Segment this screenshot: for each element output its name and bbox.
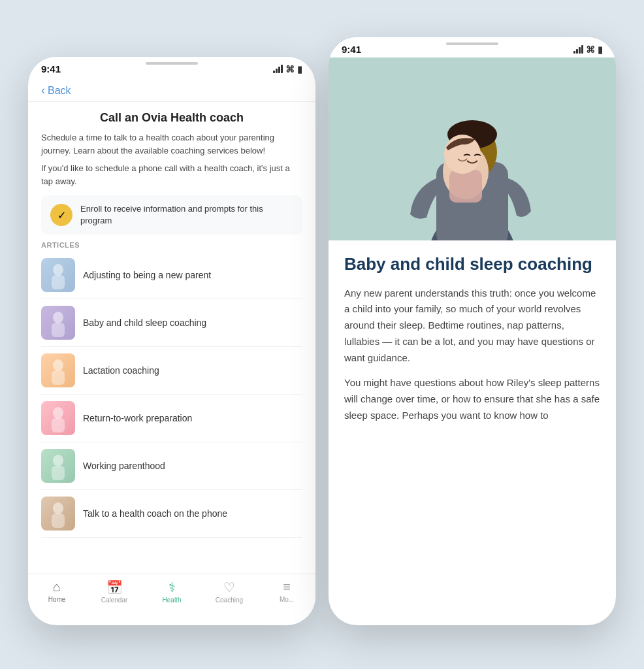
article-item-6[interactable]: Talk to a health coach on the phone: [41, 490, 302, 538]
svg-point-6: [53, 407, 63, 419]
article-content: Baby and child sleep coaching Any new pa…: [329, 240, 616, 446]
article-thumb-5: [41, 449, 75, 483]
signal-icon: [273, 65, 283, 73]
article-label-4: Return-to-work preparation: [83, 412, 192, 424]
tab-more[interactable]: ≡ Mo...: [258, 579, 315, 604]
right-scroll-area: Baby and child sleep coaching Any new pa…: [329, 240, 616, 625]
tab-coaching[interactable]: ♡ Coaching: [201, 579, 258, 604]
article-thumb-4: [41, 401, 75, 435]
enroll-checkmark-icon: ✓: [50, 204, 72, 226]
article-item-3[interactable]: Lactation coaching: [41, 347, 302, 395]
left-status-bar: 9:41 ⌘ ▮: [28, 57, 315, 77]
right-time: 9:41: [342, 44, 361, 55]
articles-list: Adjusting to being a new parent Baby and…: [41, 252, 302, 538]
left-scroll-area: Call an Ovia Health coach Schedule a tim…: [28, 102, 315, 574]
enroll-text: Enroll to receive information and prompt…: [80, 203, 293, 227]
calendar-icon: 📅: [106, 579, 123, 595]
tab-home[interactable]: ⌂ Home: [28, 579, 86, 604]
svg-rect-9: [52, 466, 65, 480]
article-thumb-3: [41, 353, 75, 387]
article-thumb-6: [41, 497, 75, 530]
tab-health-label: Health: [163, 596, 182, 604]
article-label-5: Working parenthood: [83, 460, 165, 472]
article-thumb-2: [41, 306, 75, 340]
phones-container: 9:41 ⌘ ▮ ‹ Back Call an Ovia Health coac: [28, 24, 616, 645]
svg-rect-5: [52, 370, 65, 385]
article-label-3: Lactation coaching: [83, 365, 159, 376]
health-icon: ⚕: [169, 579, 176, 595]
article-body-2: You might have questions about how Riley…: [344, 375, 600, 423]
back-label: Back: [48, 85, 71, 97]
right-battery-icon: ▮: [598, 44, 603, 55]
articles-section-label: ARTICLES: [41, 241, 302, 249]
svg-point-0: [53, 264, 63, 276]
left-time: 9:41: [41, 63, 61, 74]
article-label-6: Talk to a health coach on the phone: [83, 508, 227, 519]
back-button[interactable]: ‹ Back: [41, 84, 302, 97]
right-wifi-icon: ⌘: [586, 44, 595, 55]
svg-point-4: [53, 359, 63, 371]
left-phone: 9:41 ⌘ ▮ ‹ Back Call an Ovia Health coac: [28, 57, 315, 625]
article-main-title: Baby and child sleep coaching: [344, 253, 600, 275]
enroll-box[interactable]: ✓ Enroll to receive information and prom…: [41, 195, 302, 235]
svg-rect-11: [52, 514, 65, 528]
article-label-1: Adjusting to being a new parent: [83, 269, 211, 281]
right-signal-icon: [573, 45, 583, 54]
tab-calendar[interactable]: 📅 Calendar: [86, 579, 143, 604]
svg-rect-18: [449, 170, 482, 203]
right-status-bar: 9:41 ⌘ ▮: [329, 37, 616, 57]
svg-rect-1: [52, 275, 65, 289]
right-status-icons: ⌘ ▮: [573, 44, 603, 55]
right-notch-pill: [446, 42, 498, 45]
left-phone-content: ‹ Back Call an Ovia Health coach Schedul…: [28, 77, 315, 617]
battery-icon: ▮: [297, 64, 302, 74]
tab-health[interactable]: ⚕ Health: [143, 579, 201, 604]
tab-coaching-label: Coaching: [216, 596, 243, 604]
coaching-icon: ♡: [223, 579, 235, 595]
article-label-2: Baby and child sleep coaching: [83, 317, 206, 329]
hero-image: [329, 57, 616, 240]
home-icon: ⌂: [53, 579, 61, 595]
coach-desc-2: If you'd like to schedule a phone call w…: [41, 162, 302, 188]
tab-more-label: Mo...: [280, 596, 294, 603]
left-notch-pill: [146, 62, 198, 65]
article-item-4[interactable]: Return-to-work preparation: [41, 395, 302, 442]
tab-home-label: Home: [48, 596, 66, 603]
left-status-icons: ⌘ ▮: [273, 64, 302, 74]
svg-rect-3: [52, 323, 65, 337]
svg-point-8: [53, 455, 63, 466]
article-body-1: Any new parent understands this truth: o…: [344, 286, 600, 367]
article-item-2[interactable]: Baby and child sleep coaching: [41, 299, 302, 347]
tab-bar: ⌂ Home 📅 Calendar ⚕ Health ♡ Coaching ≡: [28, 574, 315, 617]
coach-title: Call an Ovia Health coach: [41, 111, 302, 125]
back-nav: ‹ Back: [28, 77, 315, 102]
svg-rect-7: [52, 418, 65, 432]
wifi-icon: ⌘: [285, 64, 295, 74]
article-item-5[interactable]: Working parenthood: [41, 442, 302, 490]
hero-illustration: [329, 57, 616, 240]
right-phone: 9:41 ⌘ ▮: [329, 37, 616, 625]
coach-desc-1: Schedule a time to talk to a health coac…: [41, 131, 302, 157]
back-chevron-icon: ‹: [41, 84, 45, 97]
svg-point-2: [53, 312, 63, 323]
svg-point-10: [53, 502, 63, 514]
article-item-1[interactable]: Adjusting to being a new parent: [41, 252, 302, 299]
article-thumb-1: [41, 258, 75, 292]
tab-calendar-label: Calendar: [101, 596, 128, 604]
more-icon: ≡: [283, 579, 291, 595]
